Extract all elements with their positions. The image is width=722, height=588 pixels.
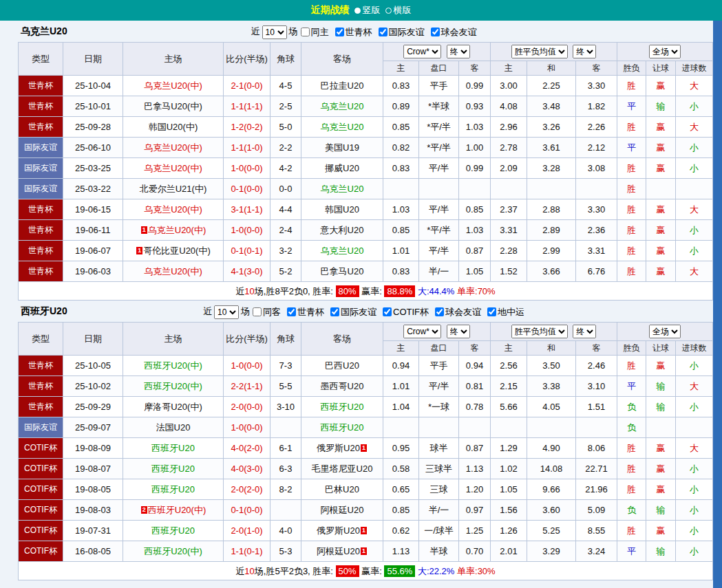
europe-draw-odds-cell: 3.66	[527, 261, 576, 282]
home-team-cell: 乌克兰U20(中)	[123, 261, 224, 282]
filter-option[interactable]: 同主	[298, 26, 329, 36]
home-team-link[interactable]: 西班牙U20	[151, 484, 195, 494]
league-cell: COTIF杯	[19, 541, 63, 562]
home-team-link[interactable]: 西班牙U20	[151, 464, 195, 474]
filter-checkbox[interactable]	[379, 28, 387, 36]
filter-checkbox[interactable]	[301, 28, 310, 36]
away-team-link[interactable]: 巴西U20	[325, 360, 359, 371]
filter-option[interactable]: 同客	[250, 306, 281, 316]
filter-checkbox[interactable]	[431, 28, 440, 36]
europe-draw-odds-cell: 2.88	[527, 199, 576, 220]
asia-home-odds-cell: 0.58	[383, 459, 419, 479]
filter-checkbox[interactable]	[287, 307, 296, 316]
home-team-link[interactable]: 乌克兰U20(中)	[144, 163, 202, 173]
europe-avg-select[interactable]: 胜平负均值	[511, 45, 568, 58]
filter-option[interactable]: 国际友谊	[376, 26, 425, 36]
goals-result-cell: 大	[676, 76, 713, 96]
scope-select[interactable]: 全场	[649, 325, 681, 338]
away-team-link[interactable]: 俄罗斯U20	[317, 443, 360, 453]
home-team-link[interactable]: 西班牙U20(中)	[144, 381, 202, 391]
away-team-link[interactable]: 俄罗斯U20	[317, 525, 360, 536]
home-team-cell: 西班牙U20(中)	[123, 356, 224, 376]
home-team-link[interactable]: 西班牙U20	[151, 525, 195, 536]
away-team-link[interactable]: 巴林U20	[325, 484, 359, 494]
filter-checkbox[interactable]	[383, 307, 392, 316]
filter-checkbox[interactable]	[330, 307, 339, 316]
filter-option[interactable]: 球会友谊	[432, 306, 481, 316]
radio-icon[interactable]	[385, 8, 392, 14]
handicap-cell	[419, 179, 459, 199]
home-team-link[interactable]: 韩国U20(中)	[149, 122, 198, 132]
home-team-link[interactable]: 法国U20	[156, 422, 191, 433]
home-team-cell: 2西班牙U20(中)	[123, 500, 224, 521]
home-team-link[interactable]: 巴拿马U20(中)	[144, 101, 202, 111]
filter-checkbox[interactable]	[253, 307, 262, 316]
home-team-link[interactable]: 西班牙U20	[151, 443, 195, 453]
filter-checkbox[interactable]	[435, 307, 444, 316]
home-team-link[interactable]: 西班牙U20(中)	[144, 360, 202, 371]
away-team-cell: 乌克兰U20	[301, 179, 383, 199]
asia-away-odds-cell: 1.03	[459, 117, 491, 138]
filter-option[interactable]: 国际友谊	[328, 306, 376, 316]
filter-option[interactable]: COTIF杯	[380, 306, 429, 316]
match-row: 国际友谊25-03-22北爱尔兰U21(中)0-1(0-0)0-0乌克兰U20胜	[19, 179, 713, 199]
away-team-cell: 意大利U20	[301, 220, 383, 241]
home-team-link[interactable]: 西班牙U20(中)	[148, 505, 206, 515]
radio-icon[interactable]	[354, 8, 361, 14]
europe-win-odds-cell: 2.15	[491, 376, 527, 397]
away-team-link[interactable]: 墨西哥U20	[321, 381, 364, 391]
odds-time-select[interactable]: 终	[447, 325, 470, 338]
away-team-link[interactable]: 巴拿马U20	[321, 266, 364, 276]
away-team-link[interactable]: 西班牙U20	[321, 402, 364, 412]
away-team-link[interactable]: 阿根廷U20	[317, 546, 360, 556]
home-team-link[interactable]: 乌克兰U20(中)	[144, 80, 202, 91]
home-team-link[interactable]: 北爱尔兰U21(中)	[140, 184, 207, 194]
home-team-link[interactable]: 西班牙U20(中)	[144, 546, 202, 556]
europe-time-select[interactable]: 终	[573, 325, 596, 338]
away-team-link[interactable]: 乌克兰U20	[321, 184, 364, 194]
corner-cell: 6-1	[270, 438, 301, 459]
away-team-link[interactable]: 毛里塔尼亚U20	[312, 464, 373, 474]
layout-option-horizontal[interactable]: 横版	[385, 4, 412, 17]
away-team-link[interactable]: 巴拉圭U20	[321, 80, 364, 91]
away-team-link[interactable]: 乌克兰U20	[321, 246, 364, 256]
away-team-link[interactable]: 乌克兰U20	[321, 101, 364, 111]
match-row: 世青杯19-06-03乌克兰U20(中)4-1(3-0)5-2巴拿马U200.8…	[19, 261, 713, 282]
europe-draw-odds-cell: 3.28	[527, 158, 576, 179]
filter-option[interactable]: 世青杯	[332, 26, 372, 36]
league-cell: 世青杯	[19, 356, 63, 376]
away-team-link[interactable]: 阿根廷U20	[321, 505, 364, 515]
away-team-link[interactable]: 乌克兰U20	[321, 122, 364, 132]
home-team-cell: 1乌克兰U20(中)	[123, 220, 224, 241]
odds-source-select[interactable]: Crow*	[403, 325, 441, 338]
away-team-link[interactable]: 意大利U20	[321, 225, 364, 235]
filter-checkbox[interactable]	[335, 28, 344, 36]
scope-select[interactable]: 全场	[649, 45, 681, 58]
summary-segment: 50%	[336, 565, 359, 577]
home-team-link[interactable]: 哥伦比亚U20(中)	[143, 246, 211, 256]
asia-home-odds-cell: 0.65	[383, 479, 419, 500]
europe-draw-odds-cell: 3.26	[527, 117, 576, 138]
corner-cell: 8-2	[270, 479, 301, 500]
home-team-link[interactable]: 乌克兰U20(中)	[144, 204, 202, 215]
odds-source-select[interactable]: Crow*	[403, 45, 441, 58]
europe-time-select[interactable]: 终	[573, 45, 596, 58]
away-team-link[interactable]: 韩国U20	[325, 204, 359, 215]
filter-checkbox[interactable]	[487, 307, 496, 316]
away-team-link[interactable]: 西班牙U20	[321, 422, 364, 433]
odds-time-select[interactable]: 终	[447, 45, 470, 58]
europe-avg-select[interactable]: 胜平负均值	[511, 325, 568, 338]
layout-option-vertical[interactable]: 竖版	[354, 4, 381, 17]
away-team-link[interactable]: 美国U19	[325, 142, 359, 153]
recent-count-select[interactable]: 10	[214, 305, 239, 319]
filter-option[interactable]: 地中运	[485, 306, 524, 316]
home-team-link[interactable]: 乌克兰U20(中)	[144, 266, 202, 276]
home-team-link[interactable]: 乌克兰U20(中)	[148, 225, 206, 235]
filter-option[interactable]: 世青杯	[284, 306, 324, 316]
home-team-link[interactable]: 乌克兰U20(中)	[144, 142, 202, 153]
away-team-link[interactable]: 挪威U20	[325, 163, 359, 173]
recent-count-select[interactable]: 10	[262, 25, 287, 39]
home-team-link[interactable]: 摩洛哥U20(中)	[144, 402, 202, 412]
league-cell: 世青杯	[19, 96, 63, 117]
filter-option[interactable]: 球会友谊	[428, 26, 477, 36]
